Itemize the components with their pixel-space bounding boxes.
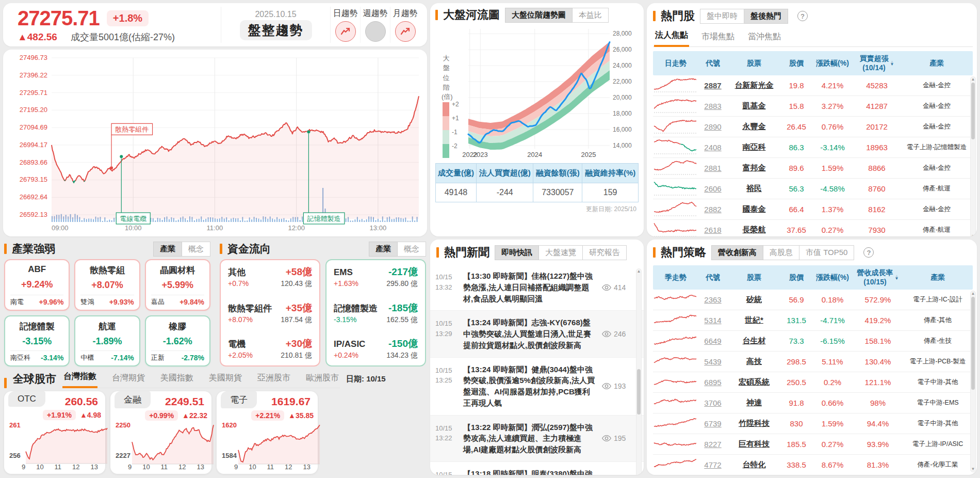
industry-card[interactable]: 橡膠-1.62%正新-2.78% <box>145 315 210 367</box>
stock-name-link[interactable]: 富邦金 <box>727 163 781 173</box>
stock-name-link[interactable]: 高技 <box>727 357 781 367</box>
news-item[interactable]: 10/1513:32【13:30 即時新聞】佳格(1227)盤中強勢急漲,法人連… <box>430 264 644 311</box>
stock-name-link[interactable]: 世紀* <box>727 315 781 325</box>
strategy-table-scrollbar[interactable]: ▲▼ <box>970 291 976 472</box>
col-header-3[interactable]: 股價 <box>781 273 812 282</box>
global-market-card-金融[interactable]: 金融2249.51+0.99%▲22.3222502227910111213 <box>110 391 211 474</box>
col-header-2[interactable]: 股票 <box>727 273 781 282</box>
fundflow-row[interactable]: 散熱零組件+35億+8.07%187.54 億 <box>228 301 312 325</box>
river-tab-1[interactable]: 本益比 <box>573 8 609 23</box>
stock-code-link[interactable]: 2606 <box>698 184 727 193</box>
hot-tab-0[interactable]: 盤中即時 <box>700 9 744 24</box>
stock-code-link[interactable]: 2363 <box>698 295 727 304</box>
stock-code-link[interactable]: 2887 <box>698 81 727 90</box>
industry-toggle-0[interactable]: 產業 <box>153 242 182 257</box>
stock-name-link[interactable]: 永豐金 <box>727 122 781 132</box>
stock-code-link[interactable]: 2408 <box>698 143 727 152</box>
stock-name-link[interactable]: 長榮航 <box>727 225 781 235</box>
hot-subtab-1[interactable]: 市場焦點 <box>700 28 736 46</box>
hot-subtab-2[interactable]: 當沖焦點 <box>747 28 782 46</box>
news-tab-2[interactable]: 研究報告 <box>583 245 627 260</box>
col-header-2[interactable]: 股票 <box>727 59 781 68</box>
industry-card[interactable]: 晶圓材料+5.99%嘉晶+9.84% <box>145 259 210 311</box>
industry-toggle-1[interactable]: 概念 <box>182 242 210 257</box>
col-header-6[interactable]: 產業 <box>901 59 973 68</box>
scrollbar-thumb[interactable] <box>971 297 975 390</box>
scrollbar-thumb[interactable] <box>637 369 641 415</box>
news-item[interactable]: 10/1513:29【13:24 即時新聞】志強-KY(6768)盤中強勢突破,… <box>430 311 644 357</box>
global-tab-3[interactable]: 美國期貨 <box>208 370 243 388</box>
global-tab-5[interactable]: 歐洲股市 <box>305 370 340 388</box>
fundflow-row[interactable]: 記憶體製造-185億-3.15%162.55 億 <box>334 301 418 325</box>
stock-name-link[interactable]: 裕民 <box>727 184 781 194</box>
stock-code-link[interactable]: 8227 <box>698 440 727 449</box>
industry-card[interactable]: 航運-1.89%中櫃-7.14% <box>74 315 140 367</box>
stock-name-link[interactable]: 矽統 <box>727 295 781 305</box>
col-header-1[interactable]: 代號 <box>698 59 727 68</box>
hot-tab-1[interactable]: 盤後熱門 <box>744 9 788 24</box>
col-header-6[interactable]: 產業 <box>903 273 973 282</box>
hot-subtab-0[interactable]: 法人焦點 <box>654 27 689 47</box>
fundflow-row[interactable]: 電機+30億+2.05%210.81 億 <box>228 337 312 360</box>
hot-table-scrollbar[interactable]: ▲▼ <box>970 76 976 236</box>
trend-item-1[interactable]: 週趨勢 <box>361 7 390 43</box>
stock-name-link[interactable]: 台生材 <box>727 336 781 346</box>
news-tab-0[interactable]: 即時快訊 <box>495 245 539 260</box>
stock-code-link[interactable]: 3706 <box>698 399 727 407</box>
news-scrollbar[interactable]: ▲▼ <box>636 268 642 475</box>
col-header-4[interactable]: 漲跌幅(%) <box>812 273 853 282</box>
stock-name-link[interactable]: 台新新光金 <box>727 81 781 90</box>
news-item[interactable]: 10/1513:19【13:18 即時新聞】明泰(3380)盤中強彈逾5%,低基… <box>430 462 644 475</box>
stock-code-link[interactable]: 2881 <box>698 164 727 172</box>
global-market-card-OTC[interactable]: OTC260.56+1.91%▲4.98261256910111213 <box>4 391 105 474</box>
fundflow-row[interactable]: 其他+58億+0.7%120.43 億 <box>228 265 312 289</box>
col-header-4[interactable]: 漲跌幅(%) <box>812 59 853 68</box>
global-tab-1[interactable]: 台灣期貨 <box>111 370 146 388</box>
strategy-tab-2[interactable]: 市值 TOP50 <box>799 245 854 260</box>
stock-code-link[interactable]: 5314 <box>698 316 727 325</box>
industry-card[interactable]: ABF+9.24%南電+9.96% <box>4 259 70 311</box>
col-header-5[interactable]: 營收成長率(10/15)▲▼ <box>853 268 903 286</box>
global-market-card-電子[interactable]: 電子1619.67+2.21%▲35.8516201584910111213 <box>217 391 318 474</box>
fundflow-toggle-1[interactable]: 概念 <box>398 242 426 257</box>
global-tab-0[interactable]: 台灣指數 <box>62 368 97 388</box>
stock-code-link[interactable]: 6739 <box>698 419 727 428</box>
trend-item-0[interactable]: 日趨勢 <box>331 7 361 43</box>
trend-item-2[interactable]: 月趨勢 <box>390 7 420 43</box>
fundflow-row[interactable]: EMS-217億+1.63%295.80 億 <box>334 265 418 289</box>
help-icon[interactable]: ? <box>863 247 874 258</box>
fundflow-row[interactable]: IP/ASIC-150億+0.24%134.23 億 <box>334 337 418 360</box>
stock-name-link[interactable]: 國泰金 <box>727 204 781 214</box>
col-header-0[interactable]: 日走勢 <box>653 59 698 68</box>
industry-card[interactable]: 記憶體製-3.15%南亞科-3.14% <box>4 315 70 367</box>
sort-icon[interactable]: ▲▼ <box>890 61 894 66</box>
stock-code-link[interactable]: 2883 <box>698 102 727 110</box>
river-tab-0[interactable]: 大盤位階趨勢圖 <box>505 8 573 23</box>
scrollbar-thumb[interactable] <box>971 83 975 139</box>
stock-name-link[interactable]: 神達 <box>727 398 781 408</box>
industry-card[interactable]: 散熱零組+8.07%雙鴻+9.93% <box>74 259 140 311</box>
stock-code-link[interactable]: 6895 <box>698 378 727 387</box>
stock-code-link[interactable]: 4772 <box>698 460 727 469</box>
stock-name-link[interactable]: 南亞科 <box>727 142 781 152</box>
stock-name-link[interactable]: 巨有科技 <box>727 439 781 449</box>
strategy-tab-1[interactable]: 高股息 <box>763 245 799 260</box>
news-item[interactable]: 10/1513:25【13:24 即時新聞】健鼎(3044)盤中強勢突破,股價漲… <box>430 358 644 416</box>
stock-code-link[interactable]: 5439 <box>698 357 727 366</box>
col-header-5[interactable]: 買賣超張(10/14)▲▼ <box>853 54 901 72</box>
strategy-tab-0[interactable]: 營收創新高 <box>711 245 763 260</box>
sort-icon[interactable]: ▲▼ <box>895 275 899 280</box>
stock-name-link[interactable]: 竹陞科技 <box>727 419 781 428</box>
news-tab-1[interactable]: 大盤速覽 <box>539 245 583 260</box>
col-header-1[interactable]: 代號 <box>698 273 727 282</box>
stock-name-link[interactable]: 凱基金 <box>727 101 781 111</box>
stock-code-link[interactable]: 2890 <box>698 122 727 131</box>
stock-name-link[interactable]: 宏碩系統 <box>727 377 781 387</box>
stock-code-link[interactable]: 2618 <box>698 226 727 234</box>
stock-code-link[interactable]: 6649 <box>698 337 727 345</box>
col-header-3[interactable]: 股價 <box>781 59 812 68</box>
news-item[interactable]: 10/1513:22【13:22 即時新聞】潤弘(2597)盤中強勢攻高,法人連… <box>430 416 644 462</box>
global-tab-2[interactable]: 美國指數 <box>159 370 194 388</box>
global-tab-4[interactable]: 亞洲股市 <box>256 370 291 388</box>
stock-name-link[interactable]: 台特化 <box>727 460 781 470</box>
